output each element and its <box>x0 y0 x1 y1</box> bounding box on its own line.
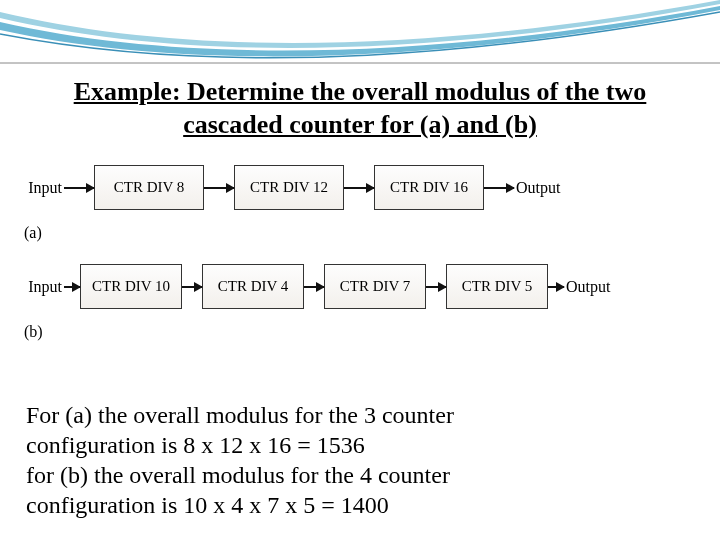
decorative-swoosh <box>0 0 720 70</box>
input-label: Input <box>22 278 62 296</box>
part-label-a: (a) <box>24 224 698 242</box>
diagram-area: Input CTR DIV 8 CTR DIV 12 CTR DIV 16 Ou… <box>22 165 698 363</box>
slide-title: Example: Determine the overall modulus o… <box>0 76 720 141</box>
arrow-icon <box>548 286 564 288</box>
cascade-row-b: Input CTR DIV 10 CTR DIV 4 CTR DIV 7 CTR… <box>22 264 698 309</box>
counter-box: CTR DIV 7 <box>324 264 426 309</box>
title-line-1: Example: Determine the overall modulus o… <box>74 77 647 106</box>
answer-text: For (a) the overall modulus for the 3 co… <box>26 400 686 520</box>
counter-box: CTR DIV 10 <box>80 264 182 309</box>
part-label-b: (b) <box>24 323 698 341</box>
arrow-icon <box>64 187 94 189</box>
arrow-icon <box>484 187 514 189</box>
input-label: Input <box>22 179 62 197</box>
title-line-2: cascaded counter for (a) and (b) <box>183 110 537 139</box>
slide: Example: Determine the overall modulus o… <box>0 0 720 540</box>
answer-line: configuration is 10 x 4 x 7 x 5 = 1400 <box>26 492 389 518</box>
counter-box: CTR DIV 4 <box>202 264 304 309</box>
counter-box: CTR DIV 12 <box>234 165 344 210</box>
answer-line: configuration is 8 x 12 x 16 = 1536 <box>26 432 365 458</box>
arrow-icon <box>426 286 446 288</box>
arrow-icon <box>182 286 202 288</box>
arrow-icon <box>64 286 80 288</box>
cascade-row-a: Input CTR DIV 8 CTR DIV 12 CTR DIV 16 Ou… <box>22 165 698 210</box>
counter-box: CTR DIV 8 <box>94 165 204 210</box>
output-label: Output <box>516 179 560 197</box>
counter-box: CTR DIV 16 <box>374 165 484 210</box>
arrow-icon <box>304 286 324 288</box>
answer-line: for (b) the overall modulus for the 4 co… <box>26 462 450 488</box>
output-label: Output <box>566 278 610 296</box>
answer-line: For (a) the overall modulus for the 3 co… <box>26 402 454 428</box>
arrow-icon <box>344 187 374 189</box>
arrow-icon <box>204 187 234 189</box>
counter-box: CTR DIV 5 <box>446 264 548 309</box>
